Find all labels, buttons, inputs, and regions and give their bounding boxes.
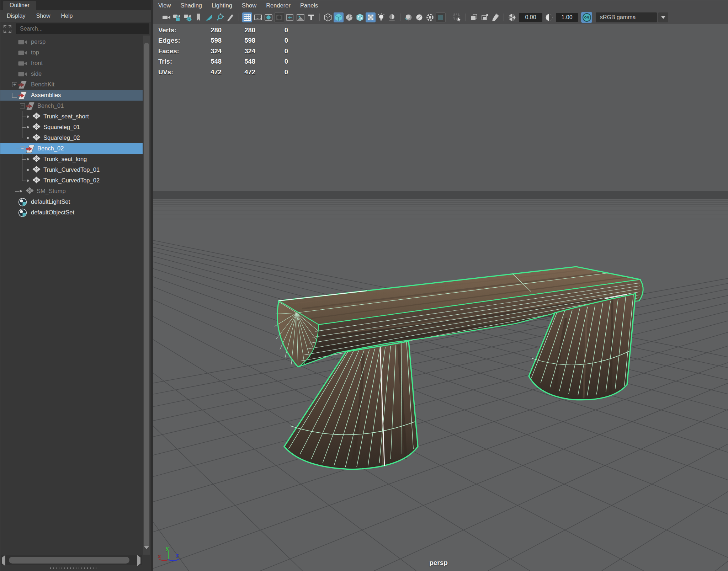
- scene-canvas[interactable]: [153, 24, 728, 571]
- outliner-vertical-scrollbar[interactable]: [143, 36, 150, 555]
- maya-window: Outliner DisplayShowHelp persptopfrontsi…: [0, 0, 728, 571]
- outliner-hscroll-thumb[interactable]: [9, 557, 129, 564]
- collapse-icon[interactable]: −: [20, 103, 25, 108]
- tree-branch-tick: [22, 117, 26, 117]
- outliner-item-label: side: [31, 70, 42, 77]
- viewport-menu-show[interactable]: Show: [242, 2, 256, 9]
- outliner-vscroll-thumb[interactable]: [144, 43, 149, 547]
- gate-mask-icon[interactable]: [274, 12, 284, 22]
- resolution-gate-icon[interactable]: [264, 12, 273, 22]
- scroll-left-icon[interactable]: [2, 557, 5, 564]
- outliner-item-label: SM_Stump: [37, 188, 66, 194]
- panel-resize-grip[interactable]: [50, 567, 99, 569]
- camera-icon: [18, 60, 27, 68]
- xray-icon[interactable]: [490, 12, 500, 22]
- exposure-field[interactable]: 0.00: [519, 13, 542, 22]
- outliner-item-Bench_02[interactable]: −Bench_02: [0, 143, 143, 154]
- collapse-icon[interactable]: −: [20, 146, 25, 151]
- outliner-item-label: top: [31, 49, 39, 56]
- outliner-filter-icon[interactable]: [2, 24, 13, 34]
- camera-lock-icon[interactable]: [172, 12, 182, 22]
- outliner-item-label: Trunk_seat_long: [43, 156, 87, 162]
- lights-icon[interactable]: [376, 12, 386, 22]
- grid-icon[interactable]: [242, 12, 252, 22]
- textured-icon[interactable]: [355, 12, 365, 22]
- outliner-item-persp[interactable]: persp: [0, 37, 143, 47]
- colorspace-select[interactable]: sRGB gamma: [596, 12, 657, 22]
- wireframe-on-shaded-icon[interactable]: [344, 12, 354, 22]
- tree-branch-line: [22, 111, 22, 138]
- contrast-field[interactable]: 1.00: [556, 13, 578, 22]
- hud-value: 472: [198, 68, 222, 76]
- outliner-tab[interactable]: Outliner: [3, 1, 36, 10]
- wireframe-icon[interactable]: [323, 12, 333, 22]
- isolate-add-icon[interactable]: [480, 12, 490, 22]
- isolate-select-icon[interactable]: [469, 12, 479, 22]
- outliner-horizontal-scrollbar[interactable]: [1, 555, 142, 565]
- outliner-item-Bench_01[interactable]: −Bench_01: [0, 101, 143, 111]
- colorspace-dropdown-button[interactable]: [658, 12, 668, 22]
- contrast-icon[interactable]: [544, 12, 554, 22]
- hud-label: UVs:: [158, 68, 198, 76]
- outliner-item-defaultLightSet[interactable]: defaultLightSet: [0, 197, 143, 207]
- outliner-item-side[interactable]: side: [0, 69, 143, 79]
- exposure-icon[interactable]: [507, 12, 517, 22]
- tree-branch-tick: [22, 138, 26, 138]
- hud-toggle-icon[interactable]: [306, 12, 316, 22]
- outliner-item-defaultObjectSet[interactable]: defaultObjectSet: [0, 207, 143, 218]
- outliner-item-label: persp: [31, 38, 46, 45]
- outliner-item-Trunk_seat_long[interactable]: Trunk_seat_long: [0, 154, 143, 165]
- outliner-item-Squareleg_01[interactable]: Squareleg_01: [0, 122, 143, 133]
- outliner-item-Squareleg_02[interactable]: Squareleg_02: [0, 133, 143, 143]
- scroll-up-icon[interactable]: [144, 37, 149, 41]
- shadows-icon[interactable]: [387, 12, 397, 22]
- viewport-menu-panels[interactable]: Panels: [300, 2, 318, 9]
- hud-value: 0: [255, 58, 288, 65]
- outliner-item-Trunk_CurvedTop_02[interactable]: Trunk_CurvedTop_02: [0, 175, 143, 186]
- field-chart-icon[interactable]: [285, 12, 295, 22]
- viewport-menu-renderer[interactable]: Renderer: [266, 2, 291, 9]
- axis-x-label: x: [158, 553, 161, 559]
- viewport-menu-shading[interactable]: Shading: [180, 2, 202, 9]
- image-plane-icon[interactable]: [296, 12, 305, 22]
- pan-zoom-2d-icon[interactable]: [204, 12, 214, 22]
- use-default-material-icon[interactable]: [366, 12, 376, 22]
- outliner-search-input[interactable]: [16, 23, 149, 34]
- member-icon: [32, 123, 41, 133]
- outliner-item-top[interactable]: top: [0, 47, 143, 58]
- occlusion-icon[interactable]: [404, 12, 414, 22]
- viewport-panel: ViewShadingLightingShowRendererPanels 0.…: [153, 0, 728, 571]
- outliner-menu-show[interactable]: Show: [36, 13, 50, 19]
- scroll-down-icon[interactable]: [144, 549, 149, 554]
- film-gate-icon[interactable]: [253, 12, 263, 22]
- viewport-menu-view[interactable]: View: [158, 2, 171, 9]
- tree-branch-tick: [22, 127, 26, 128]
- tree-branch-tick: [22, 170, 26, 170]
- motion-blur-icon[interactable]: [425, 12, 435, 22]
- outliner-item-BenchKit[interactable]: +BenchKit: [0, 79, 143, 90]
- collapse-icon[interactable]: −: [12, 93, 17, 98]
- smooth-shade-icon[interactable]: [334, 12, 344, 22]
- outliner-menu-display[interactable]: Display: [7, 13, 25, 19]
- object-selection-icon[interactable]: [452, 12, 462, 22]
- bookmark-icon[interactable]: [193, 12, 203, 22]
- camera-icon[interactable]: [161, 12, 171, 22]
- viewport-menu-lighting[interactable]: Lighting: [212, 2, 232, 9]
- axis-gizmo-lines: [158, 546, 187, 568]
- anti-aliasing-icon[interactable]: [414, 12, 424, 22]
- scroll-right-icon[interactable]: [137, 557, 140, 564]
- viewport-3d-scene[interactable]: Verts:2802800Edges:5985980Faces:3243240T…: [153, 24, 728, 571]
- expand-icon[interactable]: +: [12, 82, 17, 87]
- depth-of-field-icon[interactable]: [436, 12, 446, 22]
- camera-settings-icon[interactable]: [183, 12, 193, 22]
- zoom-region-icon[interactable]: [215, 12, 225, 22]
- outliner-item-Trunk_CurvedTop_01[interactable]: Trunk_CurvedTop_01: [0, 165, 143, 175]
- grease-pencil-icon[interactable]: [225, 12, 235, 22]
- outliner-item-SM_Stump[interactable]: SM_Stump: [0, 186, 143, 197]
- outliner-menu-help[interactable]: Help: [61, 13, 73, 19]
- axis-y-label: y: [166, 545, 169, 551]
- outliner-item-front[interactable]: front: [0, 58, 143, 69]
- outliner-item-Trunk_seat_short[interactable]: Trunk_seat_short: [0, 111, 143, 122]
- outliner-item-Assemblies[interactable]: −Assemblies: [0, 90, 143, 101]
- color-management-toggle[interactable]: ON: [581, 12, 592, 23]
